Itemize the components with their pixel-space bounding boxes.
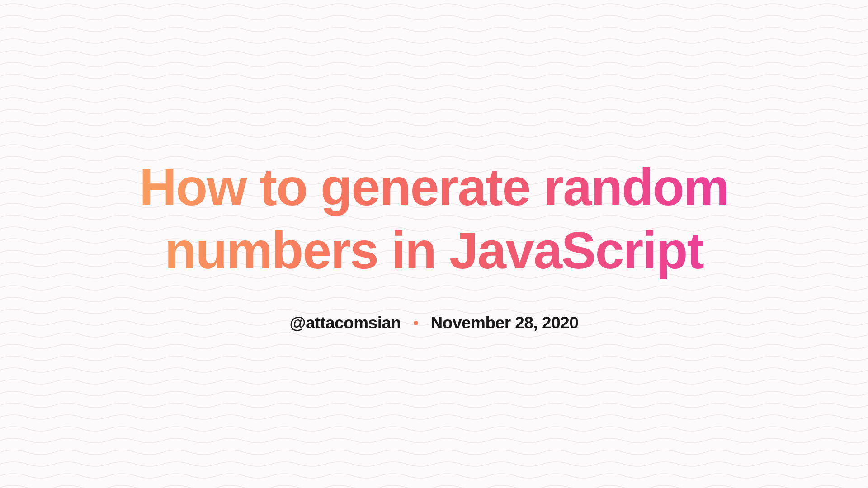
article-title: How to generate random numbers in JavaSc… (118, 155, 750, 282)
publish-date: November 28, 2020 (431, 314, 579, 333)
content-container: How to generate random numbers in JavaSc… (118, 155, 750, 333)
separator-dot (414, 321, 418, 325)
article-meta: @attacomsian November 28, 2020 (118, 314, 750, 333)
author-handle: @attacomsian (290, 314, 401, 333)
